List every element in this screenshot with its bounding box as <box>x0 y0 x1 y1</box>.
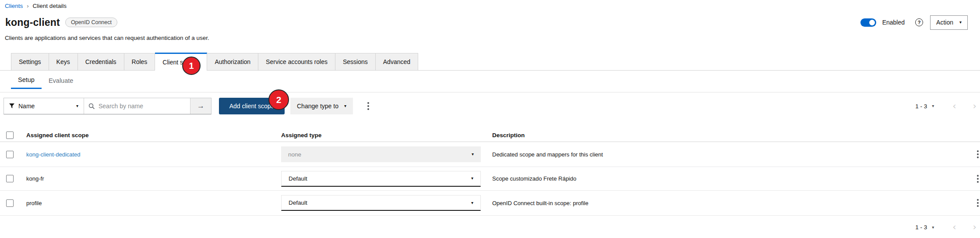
chevron-down-icon: ▾ <box>959 20 962 25</box>
assigned-type-select: none ▾ <box>281 146 481 162</box>
chevron-down-icon: ▾ <box>471 176 473 181</box>
action-dropdown-label: Action <box>936 19 953 26</box>
assigned-type-value: none <box>288 151 301 158</box>
column-assigned-client-scope: Assigned client scope <box>26 132 281 139</box>
search-icon <box>88 103 95 110</box>
row-checkbox[interactable] <box>6 151 14 158</box>
row-checkbox[interactable] <box>6 199 14 207</box>
scope-description: OpenID Connect built-in scope: profile <box>492 200 962 206</box>
change-type-dropdown[interactable]: Change type to ▾ <box>290 98 353 114</box>
subtab-setup[interactable]: Setup <box>11 72 42 89</box>
pagination-prev-icon[interactable]: ‹ <box>952 223 956 232</box>
breadcrumb-clients-link[interactable]: Clients <box>5 3 23 9</box>
pagination-chevron-down-icon[interactable]: ▾ <box>932 104 934 108</box>
chevron-down-icon: ▾ <box>471 201 473 205</box>
chevron-down-icon: ▾ <box>76 104 78 108</box>
breadcrumb: Clients › Client details <box>5 3 67 9</box>
client-tabs: Settings Keys Credentials Roles Client s… <box>0 53 980 71</box>
filter-funnel-icon <box>9 103 14 109</box>
top-pagination: 1 - 3 ▾ ‹ › <box>915 102 976 111</box>
row-kebab-menu[interactable] <box>973 171 980 187</box>
protocol-badge: OpenID Connect <box>65 18 117 27</box>
assigned-type-select[interactable]: Default ▾ <box>281 171 481 187</box>
pagination-range: 1 - 3 <box>915 224 927 231</box>
pagination-prev-icon[interactable]: ‹ <box>952 102 956 111</box>
scope-name-link[interactable]: kong-client-dedicated <box>26 151 281 158</box>
tab-advanced[interactable]: Advanced <box>376 53 418 71</box>
scope-description: Scope customizado Frete Rápido <box>492 175 962 182</box>
tab-settings[interactable]: Settings <box>11 53 49 71</box>
enabled-label: Enabled <box>882 19 905 26</box>
tab-keys[interactable]: Keys <box>49 53 78 71</box>
page-title: kong-client <box>5 17 60 28</box>
tab-service-accounts-roles[interactable]: Service accounts roles <box>258 53 335 71</box>
scope-description: Dedicated scope and mappers for this cli… <box>492 151 962 158</box>
search-input[interactable] <box>99 103 173 110</box>
annotation-step-1-badge: 1 <box>182 57 201 75</box>
scopes-toolbar: Name ▾ → Add client scope Change type to… <box>4 97 976 115</box>
subtab-evaluate[interactable]: Evaluate <box>42 72 80 89</box>
enabled-toggle[interactable] <box>860 18 876 27</box>
tab-credentials[interactable]: Credentials <box>78 53 124 71</box>
help-icon[interactable]: ? <box>915 18 923 26</box>
pagination-next-icon[interactable]: › <box>973 223 976 232</box>
assigned-type-value: Default <box>289 199 307 206</box>
divider <box>0 92 980 92</box>
toolbar-kebab-menu[interactable] <box>363 98 373 114</box>
select-all-checkbox[interactable] <box>6 131 14 139</box>
table-row: kong-client-dedicated none ▾ Dedicated s… <box>0 142 980 167</box>
tab-authorization[interactable]: Authorization <box>207 53 258 71</box>
change-type-label: Change type to <box>297 103 338 110</box>
tab-sessions[interactable]: Sessions <box>335 53 376 71</box>
chevron-down-icon: ▾ <box>472 152 474 156</box>
client-details-page: Clients › Client details kong-client Ope… <box>0 0 980 238</box>
filter-type-dropdown[interactable]: Name ▾ <box>4 98 84 114</box>
search-filter-group: Name ▾ → <box>4 98 212 114</box>
row-kebab-menu[interactable] <box>973 195 980 211</box>
client-scopes-table: Assigned client scope Assigned type Desc… <box>0 128 980 216</box>
pagination-next-icon[interactable]: › <box>973 102 976 111</box>
tab-roles[interactable]: Roles <box>124 53 155 71</box>
action-dropdown[interactable]: Action ▾ <box>930 15 968 30</box>
scope-name: profile <box>26 200 281 206</box>
row-kebab-menu[interactable] <box>973 146 980 162</box>
column-assigned-type: Assigned type <box>281 132 492 139</box>
header-actions: Enabled ? Action ▾ <box>860 15 968 30</box>
chevron-down-icon: ▾ <box>344 104 346 108</box>
assigned-type-value: Default <box>289 175 307 182</box>
bottom-pagination: 1 - 3 ▾ ‹ › <box>915 223 976 232</box>
pagination-chevron-down-icon[interactable]: ▾ <box>932 225 934 230</box>
table-row: profile Default ▾ OpenID Connect built-i… <box>0 191 980 216</box>
page-subtitle: Clients are applications and services th… <box>5 35 209 41</box>
page-header: kong-client OpenID Connect Enabled ? Act… <box>5 13 968 32</box>
pagination-range: 1 - 3 <box>915 103 927 110</box>
filter-type-label: Name <box>18 103 35 110</box>
table-row: kong-fr Default ▾ Scope customizado Fret… <box>0 167 980 191</box>
row-checkbox[interactable] <box>6 175 14 182</box>
assigned-type-select[interactable]: Default ▾ <box>281 195 481 211</box>
search-box <box>84 98 190 114</box>
scope-subtabs: Setup Evaluate <box>11 72 80 89</box>
scope-name: kong-fr <box>26 175 281 182</box>
table-header-row: Assigned client scope Assigned type Desc… <box>0 128 980 142</box>
toggle-knob <box>869 20 875 25</box>
search-submit-button[interactable]: → <box>190 98 211 114</box>
breadcrumb-current: Client details <box>33 3 67 9</box>
column-description: Description <box>492 132 962 139</box>
breadcrumb-separator-icon: › <box>27 3 28 9</box>
annotation-step-2-badge: 2 <box>268 89 289 110</box>
